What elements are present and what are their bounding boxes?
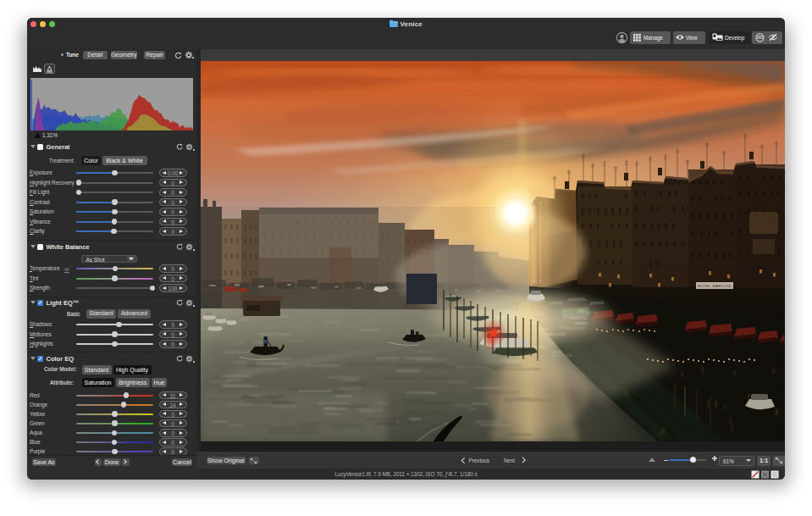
svg-text:HOTEL MARCONI: HOTEL MARCONI	[698, 284, 732, 288]
svg-text:365: 365	[756, 36, 763, 40]
